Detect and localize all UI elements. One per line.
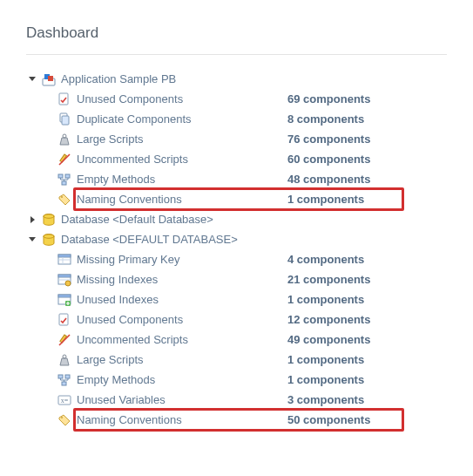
tree-leaf-large-scripts-1[interactable]: Large Scripts76 components	[26, 129, 447, 149]
svg-point-24	[65, 281, 71, 286]
svg-point-31	[63, 355, 66, 358]
table-plus-icon	[57, 293, 71, 307]
tree-node-db-default-upper[interactable]: Database <DEFAULT DATABASE>	[26, 229, 447, 249]
svg-rect-3	[59, 93, 68, 105]
tree-leaf-label[interactable]: Missing Primary Key	[77, 249, 179, 269]
tree-leaf-label[interactable]: Missing Indexes	[77, 269, 158, 289]
table-warn-icon	[57, 273, 71, 287]
tree-leaf-label[interactable]: Unused Variables	[77, 390, 166, 410]
tree-leaf-unused-comp-1[interactable]: Unused Components69 components	[26, 89, 447, 109]
svg-rect-10	[65, 174, 70, 178]
svg-rect-26	[58, 295, 71, 297]
tree-leaf-label[interactable]: Unused Indexes	[77, 289, 159, 309]
check-doc-icon	[57, 92, 71, 106]
component-count: 48 components	[287, 169, 370, 189]
tree-node-app-pb[interactable]: Application Sample PB	[26, 69, 447, 89]
svg-rect-33	[65, 375, 70, 378]
tree-leaf-label[interactable]: Large Scripts	[77, 129, 144, 149]
component-count: 69 components	[287, 89, 370, 109]
page-title: Dashboard	[26, 24, 447, 42]
component-count: 1 components	[287, 289, 364, 309]
svg-rect-2	[48, 76, 53, 81]
component-count: 8 components	[287, 109, 364, 129]
expander-icon[interactable]	[26, 234, 38, 246]
component-count: 49 components	[287, 330, 370, 350]
tag-icon	[57, 413, 71, 427]
tree-leaf-label[interactable]: Naming Conventions	[77, 189, 182, 209]
tree-leaf-uncom-scripts-2[interactable]: Uncommented Scripts49 components	[26, 330, 447, 350]
tree-leaf-label[interactable]: Unused Components	[77, 89, 183, 109]
tree-leaf-label[interactable]: Empty Methods	[77, 370, 155, 390]
svg-point-6	[63, 134, 66, 138]
tree-leaf-naming-conv-1[interactable]: Naming Conventions1 components	[26, 189, 447, 209]
tree-node-label[interactable]: Database <Default Database>	[61, 209, 213, 229]
tree-leaf-unused-vars[interactable]: x=Unused Variables3 components	[26, 390, 447, 410]
tree-node-label[interactable]: Application Sample PB	[61, 69, 176, 89]
component-count: 1 components	[287, 189, 364, 209]
divider	[26, 54, 447, 55]
svg-rect-9	[58, 174, 63, 178]
tree-leaf-label[interactable]: Uncommented Scripts	[77, 330, 188, 350]
component-count: 1 components	[287, 370, 364, 390]
svg-rect-32	[58, 375, 63, 378]
copy-icon	[57, 112, 71, 126]
tree-leaf-label[interactable]: Uncommented Scripts	[77, 149, 188, 169]
tree-leaf-empty-meth-2[interactable]: Empty Methods1 components	[26, 370, 447, 390]
tree-leaf-unused-comp-2[interactable]: Unused Components12 components	[26, 309, 447, 330]
component-count: 1 components	[287, 350, 364, 370]
tree-leaf-empty-meth-1[interactable]: Empty Methods48 components	[26, 169, 447, 189]
tree-leaf-miss-pk[interactable]: Missing Primary Key4 components	[26, 249, 447, 269]
svg-rect-18	[58, 255, 71, 257]
db-icon	[42, 233, 56, 247]
weight-icon	[57, 133, 71, 146]
pencil-slash-icon	[57, 333, 71, 347]
component-count: 50 components	[287, 410, 370, 430]
svg-point-12	[61, 196, 63, 198]
db-icon	[42, 213, 56, 227]
check-doc-icon	[57, 313, 71, 327]
tree-leaf-dup-comp[interactable]: Duplicate Components8 components	[26, 109, 447, 129]
dashboard-panel: Dashboard Application Sample PBUnused Co…	[0, 0, 473, 447]
tree-leaf-label[interactable]: Unused Components	[77, 309, 183, 330]
weight-icon	[57, 353, 71, 367]
tree-node-label[interactable]: Database <DEFAULT DATABASE>	[61, 229, 238, 249]
table-key-icon	[57, 253, 71, 267]
tree-leaf-label[interactable]: Large Scripts	[77, 350, 144, 370]
component-count: 76 components	[287, 129, 370, 149]
tree-leaf-miss-idx[interactable]: Missing Indexes21 components	[26, 269, 447, 289]
svg-rect-5	[62, 116, 69, 125]
tree-leaf-label[interactable]: Duplicate Components	[77, 109, 192, 129]
tree-leaf-uncom-scripts-1[interactable]: Uncommented Scripts60 components	[26, 149, 447, 169]
svg-point-37	[61, 417, 63, 418]
tree-node-db-default-lower[interactable]: Database <Default Database>	[26, 209, 447, 229]
tree-node-icon	[57, 173, 71, 187]
tree-node-icon	[57, 373, 71, 387]
component-count: 21 components	[287, 269, 370, 289]
component-count: 4 components	[287, 249, 364, 269]
svg-rect-22	[58, 275, 71, 277]
tree-root: Application Sample PBUnused Components69…	[26, 69, 447, 430]
expander-icon[interactable]	[26, 73, 38, 85]
component-count: 60 components	[287, 149, 370, 169]
app-icon	[42, 72, 56, 86]
tree-leaf-large-scripts-2[interactable]: Large Scripts1 components	[26, 350, 447, 370]
svg-rect-34	[62, 382, 66, 385]
expander-icon[interactable]	[26, 214, 38, 226]
var-icon: x=	[57, 393, 71, 407]
tree-leaf-label[interactable]: Naming Conventions	[77, 410, 182, 430]
svg-rect-28	[59, 314, 68, 325]
pencil-slash-icon	[57, 153, 71, 167]
tree-leaf-naming-conv-2[interactable]: Naming Conventions50 components	[26, 410, 447, 430]
component-count: 12 components	[287, 309, 370, 330]
tree-leaf-unused-idx[interactable]: Unused Indexes1 components	[26, 289, 447, 309]
component-count: 3 components	[287, 390, 364, 410]
tag-icon	[57, 193, 71, 207]
svg-rect-11	[62, 181, 66, 185]
tree-leaf-label[interactable]: Empty Methods	[77, 169, 155, 189]
svg-text:x=: x=	[61, 397, 69, 405]
